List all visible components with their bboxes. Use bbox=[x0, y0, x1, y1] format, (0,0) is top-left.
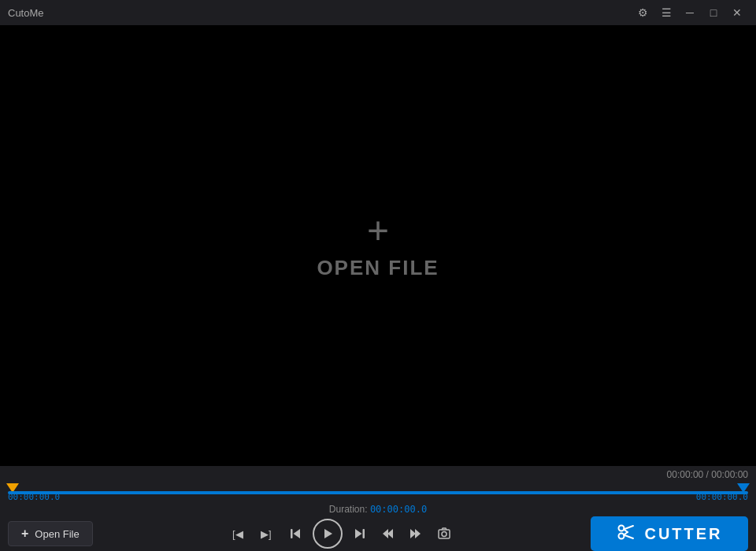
controls-left: + Open File bbox=[8, 521, 93, 546]
svg-marker-10 bbox=[410, 529, 416, 538]
frame-forward-button[interactable] bbox=[404, 522, 428, 545]
timeline-handle-right[interactable] bbox=[737, 483, 750, 493]
time-display: 00:00:00 / 00:00:00 bbox=[667, 469, 748, 480]
svg-point-12 bbox=[442, 532, 447, 537]
title-bar-left: CutoMe bbox=[8, 7, 44, 19]
svg-text:▶]: ▶] bbox=[261, 528, 272, 540]
title-bar-controls: ⚙ ☰ ─ □ ✕ bbox=[632, 3, 748, 22]
plus-icon: + bbox=[367, 212, 389, 250]
settings-button[interactable]: ⚙ bbox=[632, 3, 654, 22]
step-back-button[interactable] bbox=[284, 522, 308, 545]
svg-line-15 bbox=[624, 526, 633, 530]
open-file-button[interactable]: + Open File bbox=[8, 521, 93, 546]
svg-marker-8 bbox=[387, 529, 393, 538]
cutter-button[interactable]: CUTTER bbox=[591, 516, 748, 551]
screenshot-button[interactable] bbox=[432, 522, 456, 545]
menu-button[interactable]: ☰ bbox=[655, 3, 677, 22]
cut-right-button[interactable]: ▶] bbox=[256, 522, 280, 545]
duration-prefix: Duration: bbox=[329, 504, 368, 515]
timeline-row[interactable] bbox=[0, 482, 756, 492]
close-button[interactable]: ✕ bbox=[726, 3, 748, 22]
timeline-track[interactable] bbox=[8, 491, 748, 494]
cutter-label: CUTTER bbox=[644, 525, 722, 543]
duration-value: 00:00:00.0 bbox=[370, 504, 427, 515]
svg-text:[◀: [◀ bbox=[232, 528, 243, 540]
duration-row: Duration: 00:00:00.0 bbox=[0, 502, 756, 516]
svg-rect-5 bbox=[362, 529, 365, 538]
cut-left-button[interactable]: [◀ bbox=[228, 522, 251, 545]
app-name: CutoMe bbox=[8, 7, 44, 19]
play-button[interactable] bbox=[313, 519, 343, 549]
frame-back-button[interactable] bbox=[376, 522, 399, 545]
time-display-row: 00:00:00 / 00:00:00 bbox=[0, 466, 756, 482]
controls-center: [◀ ▶] bbox=[93, 519, 591, 549]
title-bar: CutoMe ⚙ ☰ ─ □ ✕ bbox=[0, 0, 756, 25]
minimize-button[interactable]: ─ bbox=[679, 3, 701, 22]
svg-marker-4 bbox=[324, 529, 332, 538]
svg-marker-6 bbox=[355, 529, 362, 538]
controls-row: + Open File [◀ ▶] bbox=[0, 516, 756, 551]
bottom-container: 00:00:00 / 00:00:00 00:00:00.0 00:00:00.… bbox=[0, 466, 756, 551]
svg-marker-3 bbox=[293, 529, 300, 538]
video-area[interactable]: + OPEN FILE bbox=[0, 25, 756, 466]
controls-right: CUTTER bbox=[591, 516, 748, 551]
scissors-icon bbox=[616, 522, 636, 546]
svg-point-14 bbox=[619, 533, 624, 538]
svg-point-13 bbox=[619, 525, 624, 531]
open-file-label: OPEN FILE bbox=[317, 256, 439, 280]
maximize-button[interactable]: □ bbox=[702, 3, 724, 22]
open-file-plus-icon: + bbox=[21, 527, 28, 541]
svg-marker-7 bbox=[383, 529, 388, 538]
step-forward-button[interactable] bbox=[347, 522, 371, 545]
svg-marker-9 bbox=[415, 529, 421, 538]
svg-line-18 bbox=[624, 532, 628, 535]
svg-line-16 bbox=[624, 534, 633, 538]
svg-rect-2 bbox=[291, 529, 293, 538]
svg-rect-11 bbox=[439, 530, 450, 538]
open-file-btn-label: Open File bbox=[35, 528, 79, 540]
